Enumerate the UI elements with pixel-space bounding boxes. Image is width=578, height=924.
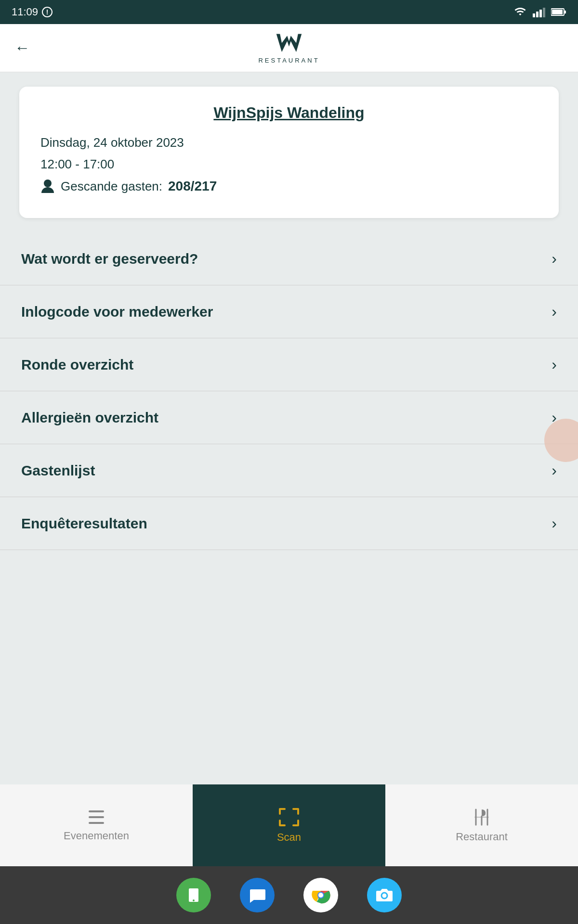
menu-item-inlogcode[interactable]: Inlogcode voor medewerker › (0, 285, 578, 338)
menu-item-label: Ronde overzicht (21, 357, 133, 373)
guests-label: Gescande gasten: (61, 179, 162, 194)
nav-item-scan[interactable]: Scan (193, 784, 385, 866)
svg-rect-8 (89, 810, 104, 812)
scan-icon (278, 807, 300, 827)
svg-rect-2 (539, 10, 542, 17)
guests-row: Gescande gasten: 208/217 (40, 179, 538, 194)
svg-rect-3 (543, 8, 545, 17)
menu-item-wat-wordt[interactable]: Wat wordt er geserveerd? › (0, 232, 578, 285)
event-date: Dinsdag, 24 oktober 2023 (40, 135, 538, 150)
menu-item-label: Allergieën overzicht (21, 410, 158, 426)
chevron-right-icon: › (552, 250, 557, 268)
svg-rect-1 (536, 12, 539, 17)
bottom-nav: Evenementen Scan Restaurant (0, 784, 578, 866)
person-icon (40, 179, 55, 194)
svg-rect-5 (552, 10, 563, 14)
list-icon (87, 808, 106, 826)
nav-scan-label: Scan (277, 831, 301, 844)
menu-item-label: Wat wordt er geserveerd? (21, 251, 198, 267)
dock-chrome-icon[interactable] (303, 878, 338, 912)
android-dock (0, 866, 578, 924)
status-bar: 11:09 ! (0, 0, 578, 24)
menu-item-label: Enquêteresultaten (21, 515, 147, 532)
event-time: 12:00 - 17:00 (40, 157, 538, 172)
main-content: WijnSpijs Wandeling Dinsdag, 24 oktober … (0, 72, 578, 842)
svg-rect-10 (89, 822, 104, 824)
event-card: WijnSpijs Wandeling Dinsdag, 24 oktober … (19, 87, 559, 218)
svg-rect-0 (533, 13, 535, 17)
guests-value: 208/217 (168, 179, 217, 194)
dock-messages-icon[interactable] (240, 878, 275, 912)
menu-item-label: Gastenlijst (21, 462, 95, 479)
nav-item-restaurant[interactable]: Restaurant (385, 784, 578, 866)
event-title: WijnSpijs Wandeling (40, 104, 538, 122)
logo-text: RESTAURANT (258, 57, 319, 64)
svg-rect-9 (89, 816, 104, 818)
top-nav: ← RESTAURANT (0, 24, 578, 72)
chevron-right-icon: › (552, 303, 557, 321)
nav-item-evenementen[interactable]: Evenementen (0, 784, 193, 866)
chevron-right-icon: › (552, 462, 557, 479)
dock-phone-icon[interactable] (176, 878, 211, 912)
menu-item-gastenlijst[interactable]: Gastenlijst › (0, 444, 578, 497)
chevron-right-icon: › (552, 356, 557, 373)
nav-evenementen-label: Evenementen (64, 830, 129, 842)
menu-item-enquete[interactable]: Enquêteresultaten › (0, 497, 578, 550)
wifi-icon (513, 7, 527, 17)
dock-camera-icon[interactable] (367, 878, 402, 912)
battery-icon (551, 8, 566, 16)
svg-rect-6 (565, 11, 566, 13)
signal-icon (533, 7, 545, 17)
brand-logo (275, 32, 303, 56)
menu-item-ronde[interactable]: Ronde overzicht › (0, 338, 578, 391)
chevron-right-icon: › (552, 514, 557, 532)
logo-area: RESTAURANT (258, 32, 319, 64)
restaurant-icon (472, 808, 491, 827)
back-button[interactable]: ← (14, 39, 30, 57)
menu-item-label: Inlogcode voor medewerker (21, 304, 213, 320)
svg-point-18 (318, 893, 323, 898)
status-bar-left: 11:09 ! (12, 6, 53, 18)
time-display: 11:09 (12, 6, 38, 18)
menu-list: Wat wordt er geserveerd? › Inlogcode voo… (0, 232, 578, 550)
alert-icon: ! (42, 7, 53, 17)
menu-item-allergieen[interactable]: Allergieën overzicht › (0, 391, 578, 444)
status-bar-right (513, 7, 566, 17)
svg-point-7 (44, 180, 52, 187)
nav-restaurant-label: Restaurant (456, 831, 508, 843)
